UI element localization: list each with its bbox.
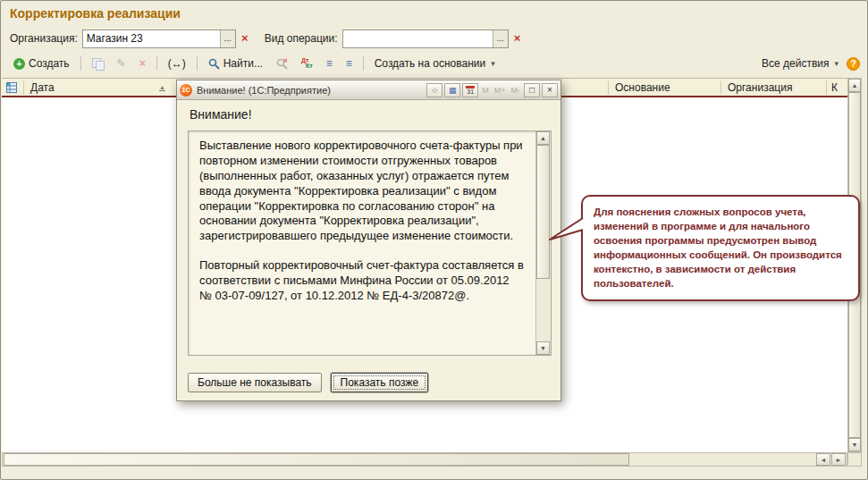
attention-dialog: 1С Внимание! (1С:Предприятие) ☆ ▦ 31 M M…	[176, 80, 561, 401]
search-icon	[208, 58, 220, 70]
column-header-date[interactable]: Дата	[30, 81, 55, 94]
dialog-titlebar[interactable]: 1С Внимание! (1С:Предприятие) ☆ ▦ 31 M M…	[177, 80, 560, 100]
operation-kind-label: Вид операции:	[265, 32, 338, 45]
delete-button[interactable]: ×	[134, 54, 151, 73]
organization-clear-button[interactable]: ×	[238, 30, 252, 46]
show-later-button[interactable]: Показать позже	[331, 373, 429, 392]
toolbar-separator	[363, 56, 364, 71]
scrollbar-corner	[847, 452, 862, 467]
copy-icon	[92, 58, 104, 70]
organization-label: Организация:	[10, 32, 78, 45]
memory-minus-button[interactable]: M-	[510, 86, 523, 95]
app-window: Корректировка реализации Организация: ..…	[0, 0, 868, 480]
column-separator	[23, 80, 24, 95]
callout-text: Для пояснения сложных вопросов учета, из…	[594, 206, 842, 289]
find-button-label: Найти...	[223, 57, 263, 70]
memory-plus-button[interactable]: M+	[493, 86, 508, 95]
organization-field: ...	[82, 29, 236, 48]
horizontal-scroll-thumb[interactable]	[4, 453, 629, 466]
column-separator	[826, 80, 827, 95]
dialog-buttons: Больше не показывать Показать позже	[188, 373, 428, 392]
scroll-down-button[interactable]: ▼	[848, 438, 861, 451]
edit-button[interactable]: ✎	[112, 54, 131, 73]
toolbar: + Создать ✎ × (↔) Найти... ДтКт ≡ ≡ Созд…	[8, 53, 860, 74]
operation-kind-clear-button[interactable]: ×	[510, 30, 525, 46]
dialog-scroll-thumb[interactable]	[536, 145, 550, 279]
column-separator	[721, 80, 721, 95]
copy-button[interactable]	[87, 54, 109, 73]
dialog-scroll-up-button[interactable]: ▲	[536, 131, 550, 145]
operation-kind-input[interactable]	[342, 29, 509, 48]
operation-kind-field: ...	[342, 29, 509, 48]
list-alt-icon: ≡	[346, 59, 352, 68]
create-button-label: Создать	[29, 57, 70, 70]
dialog-message-box: Выставление нового корректировочного сче…	[188, 131, 552, 356]
dialog-heading: Внимание!	[190, 107, 252, 122]
dialog-titlebar-buttons: ☆ ▦ 31 M M+ M- □ ×	[426, 83, 558, 97]
create-based-on-button[interactable]: Создать на основании ▾	[369, 54, 501, 73]
toolbar-separator	[80, 56, 81, 71]
toolbar-separator	[197, 56, 198, 71]
dialog-message-paragraph: Выставление нового корректировочного сче…	[199, 139, 524, 244]
horizontal-scrollbar[interactable]: ◄ ►	[2, 452, 847, 467]
dialog-scroll-down-button[interactable]: ▼	[536, 341, 550, 355]
list-view-button[interactable]: ≡	[321, 54, 338, 73]
create-button[interactable]: + Создать	[8, 54, 75, 73]
all-actions-button[interactable]: Все действия ▾	[756, 54, 844, 73]
dt-kt-button[interactable]: ДтКт	[296, 54, 318, 73]
organization-picker-button[interactable]: ...	[220, 30, 235, 47]
dt-kt-icon: ДтКт	[301, 58, 313, 69]
all-actions-label: Все действия	[762, 57, 829, 70]
column-header-basis[interactable]: Основание	[615, 81, 670, 94]
dont-show-again-button[interactable]: Больше не показывать	[188, 373, 322, 392]
dialog-title: Внимание! (1С:Предприятие)	[197, 85, 331, 96]
find-button[interactable]: Найти...	[203, 54, 268, 73]
cancel-search-button[interactable]	[271, 54, 293, 73]
info-callout-bubble: Для пояснения сложных вопросов учета, из…	[581, 195, 860, 301]
operation-kind-picker-button[interactable]: ...	[493, 30, 508, 47]
list-settings-icon[interactable]	[6, 82, 17, 93]
toolbar-separator	[156, 56, 157, 71]
column-separator	[608, 80, 609, 95]
maximize-button[interactable]: □	[524, 83, 540, 97]
scroll-right-button[interactable]: ►	[831, 453, 846, 466]
calculator-icon[interactable]: ▦	[444, 83, 460, 97]
filter-row: Организация: ... × Вид операции: ... ×	[10, 29, 537, 48]
close-button[interactable]: ×	[542, 83, 558, 97]
delete-icon: ×	[139, 57, 146, 70]
calendar-icon[interactable]: 31	[462, 83, 478, 97]
chevron-down-icon: ▾	[491, 59, 495, 68]
list-view-alt-button[interactable]: ≡	[341, 54, 358, 73]
set-interval-button[interactable]: (↔)	[163, 54, 191, 73]
create-based-on-label: Создать на основании	[375, 57, 486, 70]
1c-logo-icon: 1С	[180, 84, 192, 97]
help-button[interactable]: ?	[847, 57, 860, 71]
scroll-left-button[interactable]: ◄	[816, 453, 830, 466]
interval-icon: (↔)	[168, 57, 186, 70]
list-icon: ≡	[326, 59, 333, 68]
sort-ascending-icon: ▲	[159, 84, 165, 91]
column-header-cut[interactable]: К	[831, 81, 838, 94]
organization-input[interactable]	[82, 29, 236, 48]
search-clear-icon	[276, 58, 288, 70]
column-header-organization[interactable]: Организация	[728, 81, 792, 94]
create-plus-icon: +	[13, 58, 25, 70]
chevron-down-icon: ▾	[834, 59, 839, 68]
edit-icon: ✎	[117, 57, 126, 70]
dialog-message-paragraph: Повторный корректировочный счет-фактура …	[199, 258, 524, 304]
memory-button[interactable]: M	[480, 86, 491, 95]
favorites-star-icon[interactable]: ☆	[426, 83, 442, 97]
callout-tail	[548, 215, 584, 244]
page-title: Корректировка реализации	[10, 6, 181, 21]
scroll-up-button[interactable]: ▲	[848, 79, 861, 92]
